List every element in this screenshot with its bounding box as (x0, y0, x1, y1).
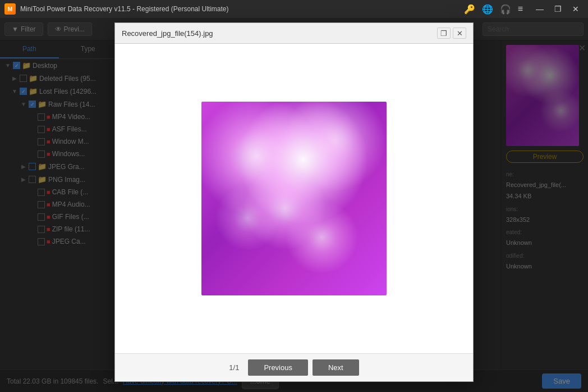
preview-modal: Recovered_jpg_file(154).jpg ❐ ✕ 1/1 Prev… (114, 22, 474, 382)
modal-controls: ❐ ✕ (437, 28, 466, 39)
modal-close-button[interactable]: ✕ (453, 28, 466, 39)
modal-title-bar: Recovered_jpg_file(154).jpg ❐ ✕ (115, 23, 473, 44)
menu-icon[interactable]: ≡ (518, 4, 523, 15)
modal-title: Recovered_jpg_file(154).jpg (122, 29, 213, 38)
window-controls: — ❐ ✕ (532, 3, 584, 15)
modal-footer: 1/1 Previous Next (115, 353, 473, 381)
title-bar: M MiniTool Power Data Recovery v11.5 - R… (0, 0, 588, 18)
next-button[interactable]: Next (313, 359, 359, 376)
previous-button[interactable]: Previous (248, 359, 308, 376)
globe-icon: 🌐 (482, 4, 493, 15)
key-icon: 🔑 (464, 4, 475, 15)
maximize-button[interactable]: ❐ (550, 3, 566, 15)
headset-icon: 🎧 (500, 4, 511, 15)
minimize-button[interactable]: — (532, 3, 548, 15)
close-button[interactable]: ✕ (568, 3, 584, 15)
app-icon: M (4, 3, 16, 15)
app-window: M MiniTool Power Data Recovery v11.5 - R… (0, 0, 588, 392)
modal-body (115, 44, 473, 353)
modal-overlay: Recovered_jpg_file(154).jpg ❐ ✕ 1/1 Prev… (0, 18, 588, 392)
modal-preview-image (201, 102, 387, 295)
app-title: MiniTool Power Data Recovery v11.5 - Reg… (20, 5, 464, 13)
modal-maximize-button[interactable]: ❐ (437, 28, 451, 39)
modal-page-info: 1/1 (229, 363, 239, 372)
